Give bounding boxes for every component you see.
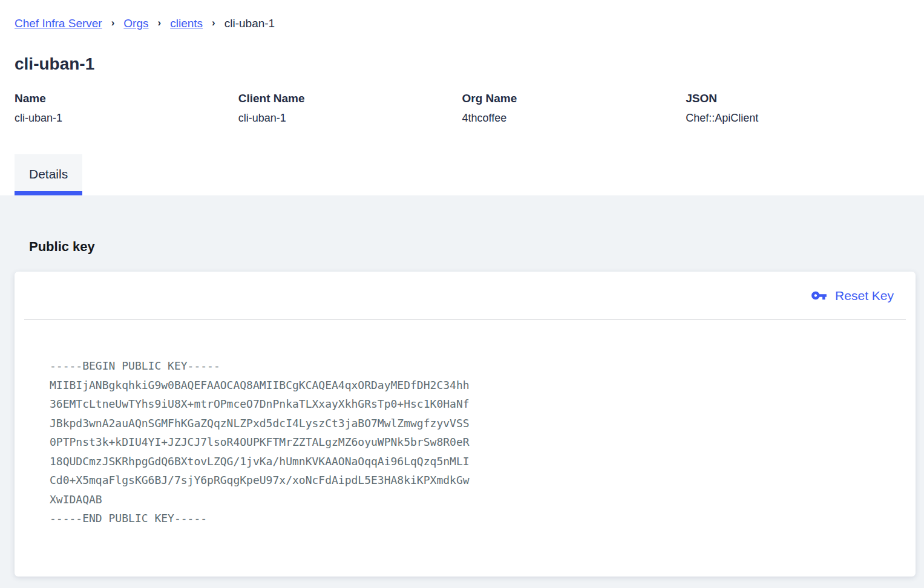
public-key-card-header: Reset Key [24, 272, 906, 320]
reset-key-button[interactable]: Reset Key [808, 286, 896, 305]
breadcrumb-link-orgs[interactable]: Orgs [123, 17, 148, 30]
meta-field-name: Name cli-uban-1 [15, 92, 238, 125]
meta-field-client-name: Client Name cli-uban-1 [238, 92, 462, 125]
chevron-right-icon: › [111, 17, 115, 29]
meta-value: Chef::ApiClient [686, 112, 909, 125]
meta-value: cli-uban-1 [15, 112, 238, 125]
breadcrumb-link-chef-infra-server[interactable]: Chef Infra Server [15, 17, 102, 30]
meta-label: Client Name [238, 92, 462, 105]
key-icon [811, 287, 827, 304]
meta-field-json: JSON Chef::ApiClient [686, 92, 909, 125]
client-metadata: Name cli-uban-1 Client Name cli-uban-1 O… [0, 92, 924, 125]
page-title: cli-uban-1 [15, 54, 909, 74]
public-key-card: Reset Key -----BEGIN PUBLIC KEY----- MII… [15, 272, 916, 577]
reset-key-label: Reset Key [835, 289, 894, 303]
meta-value: 4thcoffee [462, 112, 686, 125]
tab-bar: Details [0, 154, 924, 195]
breadcrumb: Chef Infra Server › Orgs › clients › cli… [0, 0, 924, 30]
meta-value: cli-uban-1 [238, 112, 462, 125]
meta-label: JSON [686, 92, 909, 105]
public-key-text: -----BEGIN PUBLIC KEY----- MIIBIjANBgkqh… [15, 320, 916, 577]
public-key-heading: Public key [29, 239, 924, 255]
chevron-right-icon: › [158, 17, 162, 29]
meta-field-org-name: Org Name 4thcoffee [462, 92, 686, 125]
details-section: Public key Reset Key -----BEGIN PUBLIC K… [0, 195, 924, 588]
breadcrumb-link-clients[interactable]: clients [170, 17, 203, 30]
meta-label: Name [15, 92, 238, 105]
breadcrumb-current-client: cli-uban-1 [224, 17, 275, 30]
chevron-right-icon: › [212, 17, 215, 29]
public-key-card-body: -----BEGIN PUBLIC KEY----- MIIBIjANBgkqh… [15, 320, 916, 577]
tab-details[interactable]: Details [15, 154, 82, 195]
meta-label: Org Name [462, 92, 686, 105]
